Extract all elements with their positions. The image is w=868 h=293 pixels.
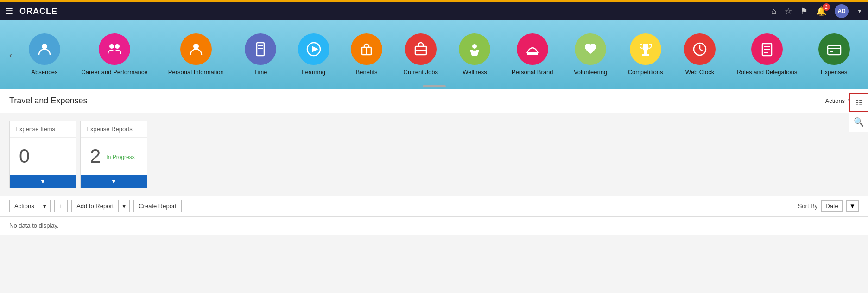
nav-item-benefits[interactable]: Benefits: [346, 30, 387, 80]
toolbar: Actions ▼ + Add to Report ▼ Create Repor…: [0, 196, 868, 217]
nav-icon-personal-brand: [517, 33, 548, 65]
nav-icon-web-clock: [684, 33, 716, 65]
card-body-expense-reports: 2 In Progress: [81, 138, 147, 175]
nav-label-learning: Learning: [302, 69, 325, 76]
notification-badge: 2: [823, 3, 830, 11]
card-footer-expense-items[interactable]: ▼: [10, 175, 76, 188]
nav-item-competitions[interactable]: Competitions: [623, 30, 668, 80]
nav-icon-personal-info: [180, 33, 212, 65]
card-footer-arrow-expense-reports: ▼: [111, 178, 117, 185]
nav-label-career: Career and Performance: [81, 69, 147, 76]
svg-point-0: [42, 44, 47, 49]
content-area: Travel and Expenses Actions ▼ Expense It…: [0, 89, 868, 293]
nav-item-web-clock[interactable]: Web Clock: [679, 30, 721, 80]
nav-label-time: Time: [254, 69, 267, 76]
nav-item-career[interactable]: Career and Performance: [76, 30, 152, 80]
flag-icon[interactable]: ⚑: [800, 6, 808, 16]
card-expense-reports[interactable]: Expense Reports 2 In Progress ▼: [80, 121, 147, 188]
card-footer-expense-reports[interactable]: ▼: [81, 175, 147, 188]
nav-item-roles-delegations[interactable]: Roles and Delegations: [732, 30, 802, 80]
nav-item-personal-info[interactable]: Personal Information: [164, 30, 228, 80]
card-status-expense-reports: In Progress: [106, 154, 134, 160]
actions-split-button[interactable]: Actions ▼: [9, 200, 51, 212]
card-body-expense-items: 0: [10, 138, 76, 175]
create-report-button[interactable]: Create Report: [133, 200, 182, 212]
user-avatar[interactable]: AD: [835, 4, 849, 18]
nav-icon-benefits: [351, 33, 382, 65]
nav-icon-learning: [298, 33, 329, 65]
nav-item-time[interactable]: Time: [240, 30, 281, 80]
star-icon[interactable]: ☆: [785, 6, 792, 16]
nav-icon-current-jobs: [405, 33, 437, 65]
card-header-expense-reports: Expense Reports: [81, 121, 147, 138]
bell-icon[interactable]: 🔔 2: [816, 6, 826, 16]
add-to-report-arrow-btn[interactable]: ▼: [119, 200, 129, 212]
svg-rect-29: [830, 51, 833, 52]
nav-icon-roles-delegations: [751, 33, 783, 65]
right-sidebar: ☷ 🔍: [849, 93, 868, 132]
sort-dropdown-button[interactable]: ▼: [846, 200, 859, 212]
nav-label-personal-info: Personal Information: [168, 69, 224, 76]
add-to-report-split-button[interactable]: Add to Report ▼: [71, 200, 130, 212]
svg-point-2: [115, 44, 120, 49]
oracle-logo: ORACLE: [19, 6, 57, 16]
hamburger-icon[interactable]: ☰: [6, 6, 13, 16]
svg-rect-19: [642, 54, 649, 56]
svg-marker-9: [312, 46, 318, 52]
nav-label-personal-brand: Personal Brand: [512, 69, 553, 76]
search-button[interactable]: 🔍: [849, 112, 868, 132]
nav-label-absences: Absences: [31, 69, 57, 76]
no-data-message: No data to display.: [0, 217, 868, 235]
svg-rect-27: [828, 45, 841, 55]
nav-item-absences[interactable]: Absences: [24, 30, 65, 80]
nav-item-volunteering[interactable]: Volunteering: [569, 30, 612, 80]
scroll-indicator: [423, 85, 446, 87]
nav-label-current-jobs: Current Jobs: [404, 69, 438, 76]
nav-prev-button[interactable]: ‹: [7, 48, 14, 62]
home-icon[interactable]: ⌂: [771, 6, 776, 16]
nav-label-wellness: Wellness: [463, 69, 487, 76]
actions-main-btn[interactable]: Actions: [10, 200, 39, 212]
nav-item-wellness[interactable]: Wellness: [454, 30, 495, 80]
user-dropdown-arrow[interactable]: ▼: [857, 8, 862, 14]
nav-item-current-jobs[interactable]: Current Jobs: [399, 30, 443, 80]
cards-row: Expense Items 0 ▼ Expense Reports 2 In P…: [0, 113, 868, 196]
nav-label-expenses: Expenses: [821, 69, 847, 76]
card-header-expense-items: Expense Items: [10, 121, 76, 138]
list-view-button[interactable]: ☷: [849, 93, 868, 112]
card-expense-items[interactable]: Expense Items 0 ▼: [9, 121, 76, 188]
nav-icon-absences: [29, 33, 60, 65]
sort-by-label: Sort By: [798, 203, 818, 210]
svg-point-3: [193, 44, 199, 49]
list-icon: ☷: [855, 98, 862, 107]
add-to-report-btn[interactable]: Add to Report: [72, 200, 119, 212]
nav-item-expenses[interactable]: Expenses: [813, 30, 855, 80]
svg-rect-18: [644, 51, 647, 55]
svg-line-22: [700, 49, 703, 51]
sort-by-select[interactable]: Date: [821, 200, 842, 212]
nav-icon-volunteering: [575, 33, 606, 65]
page-title: Travel and Expenses: [9, 96, 87, 106]
nav-icon-competitions: [630, 33, 661, 65]
plus-button[interactable]: +: [54, 200, 68, 212]
toolbar-right: Sort By Date ▼: [798, 200, 859, 212]
top-nav-right: ⌂ ☆ ⚑ 🔔 2 AD ▼: [771, 4, 862, 18]
nav-item-learning[interactable]: Learning: [293, 30, 335, 80]
nav-item-personal-brand[interactable]: Personal Brand: [507, 30, 558, 80]
nav-label-benefits: Benefits: [356, 69, 378, 76]
nav-label-web-clock: Web Clock: [685, 69, 715, 76]
nav-icon-expenses: [818, 33, 850, 65]
nav-icons-container: AbsencesCareer and PerformancePersonal I…: [18, 30, 861, 80]
top-nav-left: ☰ ORACLE: [6, 6, 57, 16]
nav-icon-career: [99, 33, 130, 65]
actions-arrow-btn[interactable]: ▼: [39, 200, 50, 212]
card-number-expense-reports: 2: [90, 145, 101, 167]
svg-rect-4: [257, 43, 264, 56]
nav-label-competitions: Competitions: [628, 69, 663, 76]
nav-label-volunteering: Volunteering: [574, 69, 607, 76]
card-number-expense-items: 0: [19, 145, 30, 167]
top-nav-bar: ☰ ORACLE ⌂ ☆ ⚑ 🔔 2 AD ▼: [0, 0, 868, 20]
icon-nav-strip: ‹ AbsencesCareer and PerformancePersonal…: [0, 20, 868, 89]
search-icon: 🔍: [854, 117, 864, 127]
nav-icon-wellness: [459, 33, 490, 65]
